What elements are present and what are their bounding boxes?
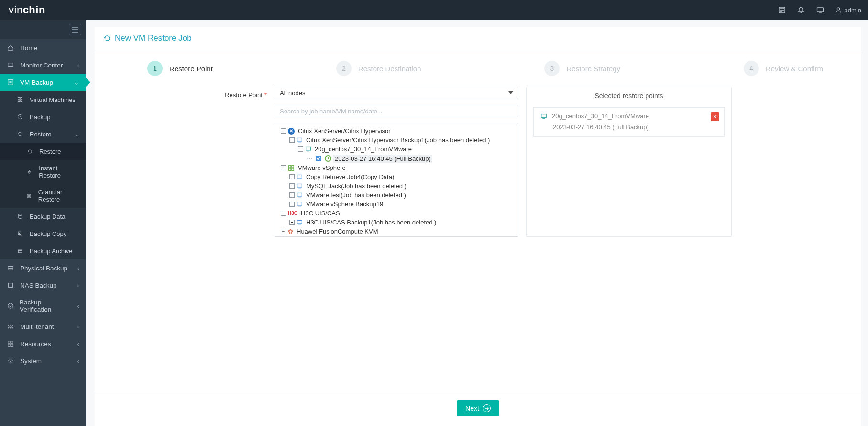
tree-toggle[interactable]: − <box>298 146 303 152</box>
sidebar-item-resources[interactable]: Resources ‹ <box>0 335 86 352</box>
sidebar-item-system[interactable]: System ‹ <box>0 352 86 370</box>
step-review-confirm[interactable]: 4 Review & Confirm <box>744 61 823 76</box>
arrow-right-icon: ➔ <box>483 404 491 412</box>
chevron-down-icon: ⌄ <box>74 78 79 86</box>
sidebar-item-restore-sub[interactable]: Restore <box>0 143 86 160</box>
svg-point-2 <box>837 8 839 10</box>
sidebar-item-backup-archive[interactable]: Backup Archive <box>0 242 86 259</box>
sidebar-item-virtual-machines[interactable]: Virtual Machines <box>0 91 86 108</box>
tree-toggle[interactable]: − <box>289 137 295 143</box>
brand-logo: vinchin <box>9 4 45 16</box>
clock-icon <box>325 155 331 162</box>
svg-rect-25 <box>11 344 13 346</box>
sidebar-item-backup-verification[interactable]: Backup Verification ‹ <box>0 294 86 318</box>
tree-node[interactable]: −✕Citrix XenServer/Citrix Hypervisor <box>278 126 516 135</box>
svg-rect-5 <box>18 98 20 100</box>
tree-toggle[interactable]: − <box>281 211 286 216</box>
tree-toggle[interactable]: − <box>281 128 286 134</box>
sidebar-item-home[interactable]: Home <box>0 39 86 56</box>
screen-icon[interactable] <box>816 6 824 14</box>
svg-rect-10 <box>27 194 31 198</box>
selected-panel: Selected restore points 20g_centos7_30_1… <box>526 87 732 237</box>
tree-node-label: H3C UIS/CAS Backup1(Job has been deleted… <box>305 218 438 226</box>
sidebar-item-backup-copy[interactable]: Backup Copy <box>0 225 86 242</box>
svg-rect-37 <box>297 221 302 224</box>
tree-node[interactable]: +MySQL Jack(Job has been deleted ) <box>278 181 516 191</box>
step-restore-point[interactable]: 1 Restore Point <box>147 61 213 76</box>
tree-toggle[interactable]: + <box>289 174 295 179</box>
sidebar-item-vm-backup[interactable]: VM Backup ⌄ <box>0 74 86 91</box>
sidebar-item-instant-restore[interactable]: Instant Restore <box>0 160 86 184</box>
tree-toggle[interactable]: + <box>289 220 295 225</box>
tree-node[interactable]: −✿Huawei FusionCompute KVM <box>278 227 516 236</box>
svg-rect-27 <box>297 138 302 142</box>
user-menu[interactable]: admin <box>835 7 861 14</box>
svg-rect-17 <box>8 269 13 270</box>
sidebar-item-monitor[interactable]: Monitor Center ‹ <box>0 56 86 74</box>
granular-icon <box>26 192 33 200</box>
wizard-steps: 1 Restore Point 2 Restore Destination 3 … <box>95 50 861 85</box>
job-icon <box>297 174 303 180</box>
step-restore-destination[interactable]: 2 Restore Destination <box>336 61 421 76</box>
restore-point-tree[interactable]: −✕Citrix XenServer/Citrix Hypervisor −Ci… <box>275 123 518 237</box>
sidebar-item-restore[interactable]: Restore ⌄ <box>0 125 86 143</box>
tree-node[interactable]: +Huawei FusionCompute KVM Backup2(Job ha… <box>278 236 516 237</box>
tree-node[interactable]: +VMware vSphere Backup19 <box>278 200 516 209</box>
sidebar-item-granular-restore[interactable]: Granular Restore <box>0 184 86 208</box>
job-icon <box>297 137 303 143</box>
remove-selected-button[interactable]: ✕ <box>711 112 719 121</box>
svg-rect-3 <box>8 63 13 67</box>
svg-rect-32 <box>292 168 294 170</box>
svg-rect-22 <box>8 341 10 343</box>
svg-rect-34 <box>297 184 302 188</box>
svg-point-11 <box>18 214 22 216</box>
tree-node[interactable]: ⋯2023-03-27 16:40:45 (Full Backup) <box>278 154 516 163</box>
tree-toggle[interactable]: + <box>289 202 295 207</box>
page-header: New VM Restore Job <box>95 27 861 50</box>
selected-title: Selected restore points <box>527 87 731 104</box>
tree-toggle[interactable]: − <box>281 165 286 170</box>
job-icon <box>297 192 303 198</box>
physical-icon <box>7 264 14 272</box>
tree-node-label: Huawei FusionCompute KVM <box>295 227 380 235</box>
tree-node[interactable]: +VMware test(Job has been deleted ) <box>278 191 516 200</box>
next-button[interactable]: Next ➔ <box>457 400 499 416</box>
home-icon <box>7 44 14 52</box>
svg-rect-23 <box>11 341 13 343</box>
tree-checkbox[interactable] <box>316 156 321 161</box>
sidebar-item-physical-backup[interactable]: Physical Backup ‹ <box>0 259 86 277</box>
backup-icon <box>16 113 24 121</box>
search-input[interactable] <box>275 105 518 117</box>
chevron-right-icon: ‹ <box>77 265 80 272</box>
sidebar-item-backup[interactable]: Backup <box>0 108 86 125</box>
tree-node[interactable]: +Copy Retrieve Job4(Copy Data) <box>278 172 516 181</box>
svg-rect-30 <box>292 165 294 167</box>
tree-toggle[interactable]: + <box>289 183 295 189</box>
vm-icon <box>305 146 311 152</box>
sidebar-item-multi-tenant[interactable]: Multi-tenant ‹ <box>0 318 86 335</box>
svg-rect-31 <box>289 168 291 170</box>
tree-toggle[interactable]: − <box>281 229 286 234</box>
citrix-icon: ✕ <box>288 128 295 135</box>
bell-icon[interactable] <box>797 6 805 14</box>
step-restore-strategy[interactable]: 3 Restore Strategy <box>544 61 620 76</box>
job-icon <box>297 201 303 207</box>
tree-node[interactable]: −Citrix XenServer/Citrix Hypervisor Back… <box>278 135 516 145</box>
tree-node[interactable]: −20g_centos7_30_14_FromVMware <box>278 145 516 154</box>
gear-icon <box>7 357 14 365</box>
tree-node[interactable]: −H3CH3C UIS/CAS <box>278 209 516 218</box>
tree-node-label: 20g_centos7_30_14_FromVMware <box>313 145 413 153</box>
node-select[interactable]: All nodes <box>275 87 518 99</box>
tree-node[interactable]: +H3C UIS/CAS Backup1(Job has been delete… <box>278 218 516 227</box>
verify-icon <box>7 302 14 310</box>
sidebar-item-nas-backup[interactable]: NAS Backup ‹ <box>0 277 86 294</box>
chevron-down-icon <box>508 91 513 94</box>
tree-node[interactable]: −VMware vSphere <box>278 163 516 172</box>
tasks-icon[interactable] <box>778 6 786 14</box>
svg-point-20 <box>9 325 11 327</box>
sidebar-item-backup-data[interactable]: Backup Data <box>0 208 86 225</box>
svg-point-21 <box>11 325 13 327</box>
sidebar-toggle[interactable] <box>69 24 81 35</box>
tree-toggle[interactable]: + <box>289 192 295 198</box>
chevron-right-icon: ‹ <box>77 340 80 348</box>
